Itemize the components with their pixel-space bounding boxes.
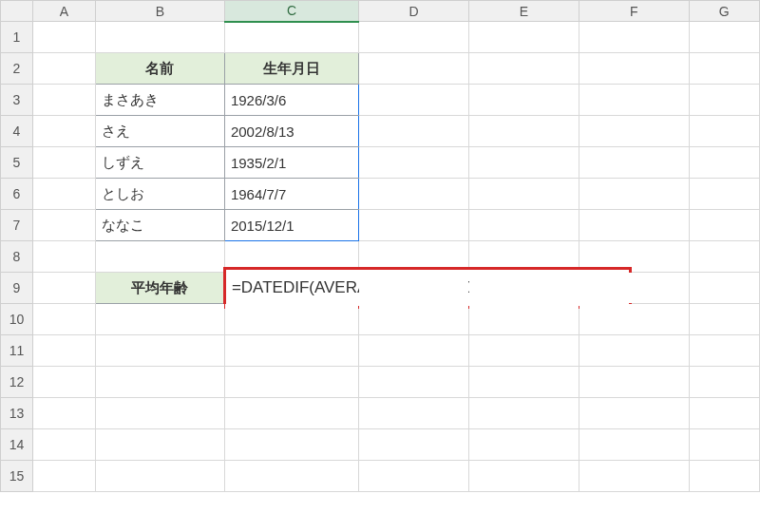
cell[interactable] [95,241,224,273]
row-header[interactable]: 9 [1,273,33,304]
col-header-C[interactable]: C [224,1,358,22]
table-cell-birth[interactable]: 1935/2/1 [224,147,358,179]
cell[interactable] [359,367,469,398]
table-header-name[interactable]: 名前 [95,53,224,85]
cell[interactable] [33,53,96,85]
cell[interactable] [689,367,759,398]
cell[interactable] [224,398,358,429]
row-header[interactable]: 14 [1,429,33,461]
cell[interactable] [579,461,689,492]
cell[interactable] [689,461,759,492]
cell[interactable] [469,179,580,210]
cell[interactable] [579,367,689,398]
table-cell-name[interactable]: としお [95,179,224,210]
col-header-B[interactable]: B [95,1,224,22]
cell[interactable] [224,429,358,461]
cell[interactable] [469,429,580,461]
row-header[interactable]: 13 [1,398,33,429]
cell[interactable] [579,147,689,179]
cell[interactable] [33,461,96,492]
cell[interactable] [359,22,469,53]
cell[interactable] [579,179,689,210]
table-cell-name[interactable]: まさあき [95,85,224,116]
row-header[interactable]: 4 [1,116,33,147]
cell[interactable] [579,335,689,367]
cell[interactable] [469,461,580,492]
table-cell-birth[interactable]: 2002/8/13 [224,116,358,147]
row-7[interactable]: 7 ななこ 2015/12/1 [1,210,760,241]
cell[interactable] [689,53,759,85]
col-header-A[interactable]: A [33,1,96,22]
cell[interactable] [224,367,358,398]
cell[interactable] [95,398,224,429]
cell[interactable] [224,335,358,367]
cell[interactable] [33,367,96,398]
row-10[interactable]: 10 [1,304,760,335]
cell[interactable] [579,273,689,304]
cell[interactable] [689,304,759,335]
spreadsheet-grid[interactable]: A B C D E F G 1 2 名前 生年月日 3 まさあき 1926/3/… [0,0,760,492]
cell[interactable] [689,116,759,147]
cell[interactable] [359,304,469,335]
row-11[interactable]: 11 [1,335,760,367]
cell[interactable] [469,22,580,53]
cell[interactable] [579,22,689,53]
cell[interactable] [33,335,96,367]
cell[interactable] [359,335,469,367]
cell[interactable] [33,22,96,53]
cell[interactable] [33,241,96,273]
cell[interactable] [469,53,580,85]
cell[interactable] [469,304,580,335]
cell[interactable] [469,398,580,429]
cell[interactable] [33,429,96,461]
cell[interactable] [579,429,689,461]
table-cell-birth[interactable]: 1964/7/7 [224,179,358,210]
cell[interactable] [579,304,689,335]
formula-cell[interactable]: =DATEDIF(AVERAGE(C3:C7),TODAY(),"Y") [224,273,358,304]
row-15[interactable]: 15 [1,461,760,492]
cell[interactable] [359,273,469,304]
row-13[interactable]: 13 [1,398,760,429]
select-all-corner[interactable] [1,1,33,22]
row-header[interactable]: 8 [1,241,33,273]
cell[interactable] [359,147,469,179]
row-header[interactable]: 12 [1,367,33,398]
cell[interactable] [469,367,580,398]
cell[interactable] [579,116,689,147]
cell[interactable] [359,398,469,429]
row-1[interactable]: 1 [1,22,760,53]
cell[interactable] [469,335,580,367]
row-header[interactable]: 1 [1,22,33,53]
row-14[interactable]: 14 [1,429,760,461]
cell[interactable] [359,85,469,116]
row-header[interactable]: 10 [1,304,33,335]
cell[interactable] [469,210,580,241]
row-6[interactable]: 6 としお 1964/7/7 [1,179,760,210]
row-header[interactable]: 15 [1,461,33,492]
cell[interactable] [579,398,689,429]
cell[interactable] [469,273,580,304]
cell[interactable] [33,179,96,210]
cell[interactable] [359,116,469,147]
cell[interactable] [689,241,759,273]
row-header[interactable]: 3 [1,85,33,116]
row-4[interactable]: 4 さえ 2002/8/13 [1,116,760,147]
cell[interactable] [689,179,759,210]
table-cell-name[interactable]: ななこ [95,210,224,241]
column-header-row[interactable]: A B C D E F G [1,1,760,22]
row-9[interactable]: 9 平均年齢 =DATEDIF(AVERAGE(C3:C7),TODAY(),"… [1,273,760,304]
cell[interactable] [95,367,224,398]
cell[interactable] [359,461,469,492]
col-header-E[interactable]: E [469,1,580,22]
cell[interactable] [469,85,580,116]
cell[interactable] [359,53,469,85]
cell[interactable] [224,304,358,335]
avg-age-label[interactable]: 平均年齢 [95,273,224,304]
cell[interactable] [33,85,96,116]
cell[interactable] [33,116,96,147]
table-cell-name[interactable]: しずえ [95,147,224,179]
cell[interactable] [33,398,96,429]
cell[interactable] [579,53,689,85]
cell[interactable] [579,210,689,241]
cell[interactable] [95,304,224,335]
